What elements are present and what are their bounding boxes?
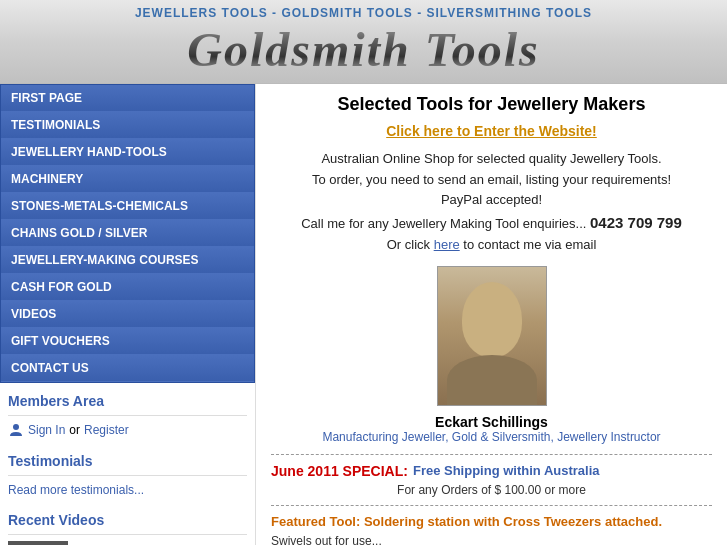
special-divider-bottom [271,505,712,506]
special-desc: For any Orders of $ 100.00 or more [271,483,712,497]
featured-desc1: Swivels out for use... [271,532,712,545]
nav-videos[interactable]: VIDEOS [1,301,254,328]
desc3: PayPal accepted! [271,190,712,211]
description-block: Australian Online Shop for selected qual… [271,149,712,256]
featured-prefix: Featured Tool: [271,514,360,529]
nav-chains[interactable]: CHAINS GOLD / SILVER [1,220,254,247]
here-link[interactable]: here [434,237,460,252]
phone-prefix: Call me for any Jewellery Making Tool en… [301,216,586,231]
featured-description: Swivels out for use... Revolving solderi… [271,532,712,545]
featured-tool-section: Featured Tool: Soldering station with Cr… [271,514,712,545]
enter-link-container: Click here to Enter the Website! [271,123,712,139]
desc1: Australian Online Shop for selected qual… [271,149,712,170]
sidebar: FIRST PAGE TESTIMONIALS JEWELLERY HAND-T… [0,84,255,545]
nav-cash-for-gold[interactable]: CASH FOR GOLD [1,274,254,301]
featured-label: Featured Tool: Soldering station with Cr… [271,514,712,529]
profile-name: Eckart Schillings [271,414,712,430]
nav-jewellery-hand-tools[interactable]: JEWELLERY HAND-TOOLS [1,139,254,166]
profile-section: Eckart Schillings Manufacturing Jeweller… [271,266,712,444]
recent-videos-title: Recent Videos [8,512,247,528]
members-links: Sign In or Register [8,422,247,438]
nav-machinery[interactable]: MACHINERY [1,166,254,193]
special-offer: Free Shipping within Australia [413,463,600,478]
videos-divider [8,534,247,535]
or-text: or [69,423,80,437]
contact-suffix: to contact me via email [463,237,596,252]
click-text: Or click [387,237,430,252]
layout: FIRST PAGE TESTIMONIALS JEWELLERY HAND-T… [0,84,727,545]
contact-line: Or click here to contact me via email [271,235,712,256]
members-area-section: Members Area Sign In or Register [0,383,255,443]
nav-testimonials[interactable]: TESTIMONIALS [1,112,254,139]
recent-videos-section: Recent Videos [0,502,255,545]
members-divider [8,415,247,416]
enter-website-link[interactable]: Click here to Enter the Website! [386,123,597,139]
header: JEWELLERS TOOLS - GOLDSMITH TOOLS - SILV… [0,0,727,84]
video-thumbnail[interactable] [8,541,68,545]
phone-number: 0423 709 799 [590,214,682,231]
read-more-testimonials[interactable]: Read more testimonials... [8,483,144,497]
nav-menu: FIRST PAGE TESTIMONIALS JEWELLERY HAND-T… [0,84,255,383]
page-heading: Selected Tools for Jewellery Makers [271,94,712,115]
profile-title: Manufacturing Jeweller, Gold & Silversmi… [271,430,712,444]
desc2: To order, you need to send an email, lis… [271,170,712,191]
profile-image [437,266,547,406]
testimonials-title: Testimonials [8,453,247,469]
tagline: JEWELLERS TOOLS - GOLDSMITH TOOLS - SILV… [0,6,727,20]
nav-gift-vouchers[interactable]: GIFT VOUCHERS [1,328,254,355]
sign-in-link[interactable]: Sign In [28,423,65,437]
phone-line: Call me for any Jewellery Making Tool en… [271,211,712,235]
logo: Goldsmith Tools [0,20,727,81]
special-divider-top [271,454,712,455]
register-link[interactable]: Register [84,423,129,437]
testimonials-section: Testimonials Read more testimonials... [0,443,255,502]
nav-courses[interactable]: JEWELLERY-MAKING COURSES [1,247,254,274]
special-offer-section: June 2011 SPECIAL: Free Shipping within … [271,463,712,479]
featured-tool-name: Soldering station with Cross Tweezers at… [364,514,662,529]
special-label: June 2011 SPECIAL: [271,463,408,479]
svg-point-0 [13,424,19,430]
nav-stones-metals[interactable]: STONES-METALS-CHEMICALS [1,193,254,220]
main-content: Selected Tools for Jewellery Makers Clic… [255,84,727,545]
nav-contact-us[interactable]: CONTACT US [1,355,254,382]
testimonials-divider [8,475,247,476]
members-area-title: Members Area [8,393,247,409]
person-icon [8,422,24,438]
nav-first-page[interactable]: FIRST PAGE [1,85,254,112]
